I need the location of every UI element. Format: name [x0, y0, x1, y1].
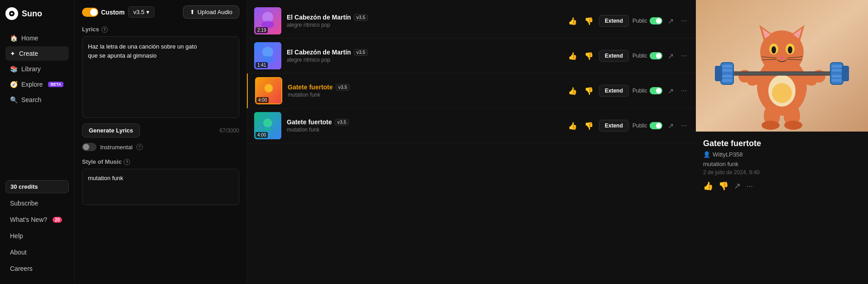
extend-button[interactable]: Extend: [599, 85, 629, 97]
table-row[interactable]: 2:19 El Cabezón de Martín v3.5 alegre rí…: [247, 4, 696, 39]
beta-badge: BETA: [48, 82, 63, 87]
home-icon: 🏠: [10, 34, 18, 42]
sidebar-item-library[interactable]: 📚 Library: [5, 62, 69, 76]
extend-button[interactable]: Extend: [599, 120, 629, 132]
about-label: About: [10, 249, 27, 256]
generate-lyrics-button[interactable]: Generate Lyrics: [82, 123, 140, 137]
share-button[interactable]: ↗: [666, 50, 675, 62]
svg-rect-45: [832, 79, 842, 82]
dislike-button[interactable]: 👎: [583, 120, 595, 132]
sidebar-item-home[interactable]: 🏠 Home: [5, 31, 69, 45]
svg-rect-37: [722, 69, 732, 72]
public-label: Public: [632, 88, 647, 94]
like-button[interactable]: 👍: [566, 50, 579, 62]
sidebar-item-help[interactable]: Help: [5, 229, 69, 243]
extend-button[interactable]: Extend: [599, 15, 629, 27]
public-toggle[interactable]: [650, 122, 662, 129]
svg-point-22: [788, 46, 792, 54]
upload-audio-button[interactable]: ⬆ Upload Audio: [183, 5, 239, 19]
sidebar-item-label: Library: [21, 65, 41, 73]
version-selector[interactable]: v3.5 ▾: [128, 6, 154, 18]
sidebar-item-label: Create: [19, 50, 38, 57]
like-button[interactable]: 👍: [566, 120, 579, 132]
dislike-button[interactable]: 👎: [583, 15, 595, 27]
detail-panel: Gatete fuertote 👤 WittyLP358 mutation fu…: [696, 0, 868, 284]
detail-dislike-button[interactable]: 👎: [719, 181, 728, 191]
sidebar-item-explore[interactable]: 🧭 Explore BETA: [5, 77, 69, 92]
share-button[interactable]: ↗: [666, 15, 675, 27]
explore-icon: 🧭: [10, 81, 18, 88]
song-genre: mutation funk: [288, 92, 561, 98]
careers-label: Careers: [10, 265, 33, 272]
more-options-button[interactable]: ···: [679, 50, 689, 62]
public-toggle[interactable]: [650, 87, 662, 94]
dislike-button[interactable]: 👎: [583, 50, 595, 62]
sidebar-item-subscribe[interactable]: Subscribe: [5, 196, 69, 211]
svg-rect-42: [832, 65, 842, 68]
song-info: Gatete fuertote v3.5 mutation funk: [288, 83, 561, 98]
song-info: Gatete fuertote v3.5 mutation funk: [287, 118, 561, 133]
table-row[interactable]: 1:41 El Cabezón de Martín v3.5 alegre rí…: [247, 39, 696, 73]
more-options-button[interactable]: ···: [679, 85, 689, 97]
style-help-icon[interactable]: ?: [124, 159, 130, 165]
detail-info: Gatete fuertote 👤 WittyLP358 mutation fu…: [696, 132, 868, 198]
svg-rect-38: [722, 75, 732, 78]
sidebar-item-create[interactable]: ✦ Create: [5, 46, 69, 61]
lyrics-help-icon[interactable]: ?: [101, 26, 108, 33]
sidebar-item-careers[interactable]: Careers: [5, 261, 69, 276]
song-duration: 4:00: [256, 97, 269, 103]
like-button[interactable]: 👍: [566, 85, 579, 97]
help-label: Help: [10, 232, 23, 240]
detail-genre: mutation funk: [703, 161, 861, 167]
detail-share-button[interactable]: ↗: [734, 181, 741, 191]
detail-title: Gatete fuertote: [703, 139, 861, 148]
svg-rect-44: [832, 75, 842, 78]
style-input[interactable]: mutation funk: [82, 169, 239, 205]
chevron-down-icon: ▾: [146, 9, 149, 15]
song-genre: mutation funk: [287, 127, 561, 133]
table-row[interactable]: 4:00 Gatete fuertote v3.5 mutation funk …: [247, 73, 696, 108]
public-toggle[interactable]: [650, 52, 662, 59]
share-button[interactable]: ↗: [666, 120, 675, 132]
song-duration: 2:19: [256, 27, 268, 33]
lyrics-input[interactable]: Haz la letra de una canción sobre un gat…: [82, 36, 239, 118]
svg-point-49: [784, 121, 802, 130]
sidebar-item-whats-new[interactable]: What's New? 20: [5, 212, 69, 227]
public-toggle-wrap: Public: [632, 52, 662, 59]
svg-point-10: [263, 118, 272, 127]
public-label: Public: [632, 53, 647, 59]
detail-more-button[interactable]: ···: [746, 181, 753, 191]
song-title: Gatete fuertote v3.5: [288, 83, 561, 91]
custom-toggle-switch[interactable]: [82, 8, 98, 17]
sidebar-item-about[interactable]: About: [5, 245, 69, 260]
sidebar-bottom: 30 credits Subscribe What's New? 20 Help…: [5, 180, 69, 277]
whats-new-label: What's New?: [10, 216, 47, 223]
version-tag: v3.5: [335, 119, 349, 126]
credits-button[interactable]: 30 credits: [5, 180, 69, 193]
svg-rect-43: [832, 69, 842, 72]
whats-new-badge: 20: [53, 217, 62, 223]
upload-icon: ⬆: [190, 9, 195, 15]
extend-button[interactable]: Extend: [599, 50, 629, 62]
sidebar-item-search[interactable]: 🔍 Search: [5, 93, 69, 107]
song-thumbnail: 4:00: [255, 77, 282, 104]
top-bar: Custom v3.5 ▾ ⬆ Upload Audio: [82, 5, 239, 19]
detail-actions: 👍 👎 ↗ ···: [703, 181, 861, 191]
instrumental-label: Instrumental: [100, 144, 133, 151]
svg-point-28: [772, 83, 792, 103]
song-genre: alegre rítmico pop: [287, 57, 561, 63]
char-count: 67/3000: [220, 127, 239, 134]
share-button[interactable]: ↗: [666, 85, 675, 97]
instrumental-toggle[interactable]: [82, 143, 96, 151]
more-options-button[interactable]: ···: [679, 120, 689, 132]
instrumental-help-icon[interactable]: ?: [136, 144, 143, 150]
public-toggle[interactable]: [650, 17, 662, 24]
song-title: El Cabezón de Martín v3.5: [287, 49, 561, 56]
dislike-button[interactable]: 👎: [583, 85, 595, 97]
custom-toggle[interactable]: Custom: [82, 8, 125, 17]
more-options-button[interactable]: ···: [679, 15, 689, 27]
table-row[interactable]: 4:00 Gatete fuertote v3.5 mutation funk …: [247, 108, 696, 143]
detail-like-button[interactable]: 👍: [703, 181, 713, 191]
like-button[interactable]: 👍: [566, 15, 579, 27]
detail-date: 2 de julio de 2024, 9:40: [703, 169, 861, 176]
